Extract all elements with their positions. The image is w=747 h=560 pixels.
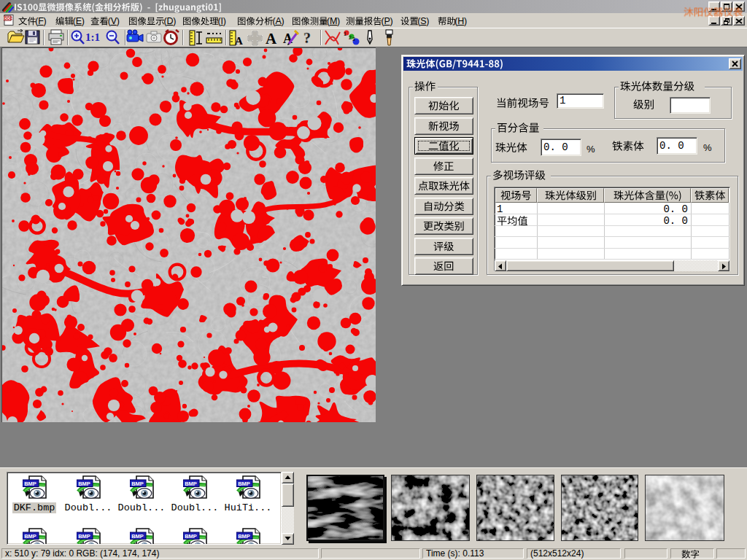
svg-text:2: 2 — [349, 35, 352, 40]
svg-text:DOC: DOC — [4, 16, 13, 20]
svg-text:1:1: 1:1 — [85, 31, 100, 43]
svg-text:?: ? — [303, 30, 311, 46]
svg-text:A: A — [283, 31, 293, 46]
svg-text:3: 3 — [352, 36, 355, 42]
svg-text:1: 1 — [344, 31, 347, 36]
svg-text:A: A — [266, 30, 277, 47]
svg-text:A: A — [235, 35, 243, 47]
